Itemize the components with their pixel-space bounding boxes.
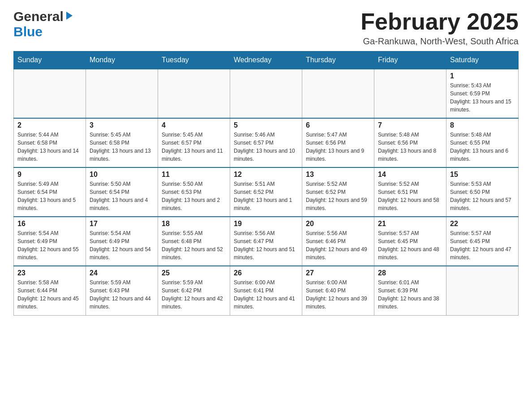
- day-info-line: Sunrise: 5:49 AM: [17, 180, 82, 188]
- calendar-cell-w5-d3: 26Sunrise: 6:00 AMSunset: 6:41 PMDayligh…: [230, 266, 302, 315]
- day-info-line: Sunrise: 5:51 AM: [234, 180, 298, 188]
- day-number: 15: [450, 171, 515, 179]
- calendar-cell-w3-d5: 14Sunrise: 5:52 AMSunset: 6:51 PMDayligh…: [374, 167, 446, 217]
- day-info-line: Daylight: 12 hours and 52 minutes.: [162, 245, 226, 261]
- day-info-line: Daylight: 13 hours and 15 minutes.: [450, 98, 515, 114]
- calendar-week-1: 1Sunrise: 5:43 AMSunset: 6:59 PMDaylight…: [14, 69, 519, 118]
- day-info-line: Daylight: 12 hours and 54 minutes.: [90, 245, 154, 261]
- day-info-line: Daylight: 12 hours and 51 minutes.: [234, 245, 298, 261]
- col-thursday: Thursday: [302, 51, 374, 69]
- calendar-table: Sunday Monday Tuesday Wednesday Thursday…: [13, 51, 519, 316]
- day-info-line: Sunrise: 5:54 AM: [90, 229, 154, 237]
- day-info-line: Sunset: 6:54 PM: [17, 188, 82, 196]
- calendar-cell-w2-d5: 7Sunrise: 5:48 AMSunset: 6:56 PMDaylight…: [374, 118, 446, 167]
- day-info-line: Sunrise: 5:52 AM: [306, 180, 370, 188]
- col-sunday: Sunday: [14, 51, 86, 69]
- day-number: 18: [162, 220, 226, 228]
- day-info-line: Sunset: 6:56 PM: [378, 139, 442, 147]
- day-info-line: Sunset: 6:57 PM: [234, 139, 298, 147]
- calendar-cell-w2-d1: 3Sunrise: 5:45 AMSunset: 6:58 PMDaylight…: [86, 118, 158, 167]
- day-info-line: Sunset: 6:52 PM: [234, 188, 298, 196]
- day-info-line: Daylight: 13 hours and 8 minutes.: [378, 147, 442, 163]
- day-number: 3: [90, 121, 154, 129]
- calendar-week-5: 23Sunrise: 5:58 AMSunset: 6:44 PMDayligh…: [14, 266, 519, 315]
- day-info-line: Sunset: 6:55 PM: [450, 139, 515, 147]
- day-info-line: Daylight: 13 hours and 2 minutes.: [162, 196, 226, 212]
- calendar-cell-w2-d6: 8Sunrise: 5:48 AMSunset: 6:55 PMDaylight…: [446, 118, 519, 167]
- day-info-line: Sunrise: 5:45 AM: [162, 131, 226, 139]
- calendar-cell-w3-d6: 15Sunrise: 5:53 AMSunset: 6:50 PMDayligh…: [446, 167, 519, 217]
- day-number: 13: [306, 171, 370, 179]
- day-number: 6: [306, 121, 370, 129]
- calendar-cell-w1-d2: [158, 69, 230, 118]
- day-info-line: Daylight: 13 hours and 13 minutes.: [90, 147, 154, 163]
- location-subtitle: Ga-Rankuwa, North-West, South Africa: [360, 36, 519, 47]
- calendar-cell-w4-d4: 20Sunrise: 5:56 AMSunset: 6:46 PMDayligh…: [302, 217, 374, 266]
- day-info-line: Daylight: 13 hours and 6 minutes.: [450, 147, 515, 163]
- day-info-line: Sunrise: 5:46 AM: [234, 131, 298, 139]
- day-info-line: Sunrise: 5:58 AM: [17, 278, 82, 287]
- calendar-cell-w3-d4: 13Sunrise: 5:52 AMSunset: 6:52 PMDayligh…: [302, 167, 374, 217]
- calendar-cell-w3-d1: 10Sunrise: 5:50 AMSunset: 6:54 PMDayligh…: [86, 167, 158, 217]
- day-info-line: Daylight: 13 hours and 11 minutes.: [162, 147, 226, 163]
- day-info-line: Sunset: 6:50 PM: [450, 188, 515, 196]
- day-number: 21: [378, 220, 442, 228]
- calendar-cell-w5-d2: 25Sunrise: 5:59 AMSunset: 6:42 PMDayligh…: [158, 266, 230, 315]
- logo[interactable]: General Blue: [13, 9, 73, 39]
- day-info-line: Sunrise: 5:59 AM: [90, 278, 154, 287]
- day-info-line: Sunrise: 5:56 AM: [234, 229, 298, 237]
- day-number: 10: [90, 171, 154, 179]
- day-info-line: Daylight: 12 hours and 45 minutes.: [17, 295, 82, 311]
- day-info-line: Sunset: 6:56 PM: [306, 139, 370, 147]
- day-info-line: Sunrise: 5:48 AM: [378, 131, 442, 139]
- calendar-cell-w1-d6: 1Sunrise: 5:43 AMSunset: 6:59 PMDaylight…: [446, 69, 519, 118]
- calendar-cell-w4-d1: 17Sunrise: 5:54 AMSunset: 6:49 PMDayligh…: [86, 217, 158, 266]
- day-number: 12: [234, 171, 298, 179]
- day-info-line: Sunset: 6:47 PM: [234, 237, 298, 245]
- logo-arrow-icon: [64, 11, 73, 22]
- page-header: General Blue February 2025 Ga-Rankuwa, N…: [13, 9, 519, 47]
- day-info-line: Daylight: 12 hours and 55 minutes.: [17, 245, 82, 261]
- calendar-cell-w4-d2: 18Sunrise: 5:55 AMSunset: 6:48 PMDayligh…: [158, 217, 230, 266]
- title-section: February 2025 Ga-Rankuwa, North-West, So…: [360, 9, 519, 47]
- day-info-line: Sunset: 6:54 PM: [90, 188, 154, 196]
- day-info-line: Sunrise: 5:43 AM: [450, 81, 515, 90]
- day-number: 4: [162, 121, 226, 129]
- day-info-line: Daylight: 12 hours and 39 minutes.: [306, 295, 370, 311]
- day-number: 26: [234, 269, 298, 277]
- day-info-line: Sunrise: 5:48 AM: [450, 131, 515, 139]
- calendar-cell-w1-d0: [14, 69, 86, 118]
- col-monday: Monday: [86, 51, 158, 69]
- calendar-cell-w5-d0: 23Sunrise: 5:58 AMSunset: 6:44 PMDayligh…: [14, 266, 86, 315]
- calendar-week-2: 2Sunrise: 5:44 AMSunset: 6:58 PMDaylight…: [14, 118, 519, 167]
- day-number: 20: [306, 220, 370, 228]
- col-saturday: Saturday: [446, 51, 519, 69]
- calendar-cell-w5-d1: 24Sunrise: 5:59 AMSunset: 6:43 PMDayligh…: [86, 266, 158, 315]
- day-number: 24: [90, 269, 154, 277]
- calendar-cell-w2-d0: 2Sunrise: 5:44 AMSunset: 6:58 PMDaylight…: [14, 118, 86, 167]
- logo-general-text: General: [13, 9, 64, 24]
- day-info-line: Sunset: 6:58 PM: [17, 139, 82, 147]
- day-number: 17: [90, 220, 154, 228]
- day-info-line: Daylight: 12 hours and 47 minutes.: [450, 245, 515, 261]
- day-info-line: Sunrise: 5:55 AM: [162, 229, 226, 237]
- calendar-cell-w3-d2: 11Sunrise: 5:50 AMSunset: 6:53 PMDayligh…: [158, 167, 230, 217]
- day-number: 19: [234, 220, 298, 228]
- day-info-line: Daylight: 13 hours and 4 minutes.: [90, 196, 154, 212]
- calendar-header-row: Sunday Monday Tuesday Wednesday Thursday…: [14, 51, 519, 69]
- day-number: 5: [234, 121, 298, 129]
- day-info-line: Sunset: 6:49 PM: [17, 237, 82, 245]
- logo-blue-text: Blue: [13, 24, 43, 39]
- calendar-cell-w1-d3: [230, 69, 302, 118]
- day-info-line: Sunset: 6:45 PM: [450, 237, 515, 245]
- day-info-line: Sunset: 6:53 PM: [162, 188, 226, 196]
- day-info-line: Sunrise: 5:57 AM: [450, 229, 515, 237]
- day-info-line: Sunset: 6:45 PM: [378, 237, 442, 245]
- calendar-cell-w3-d0: 9Sunrise: 5:49 AMSunset: 6:54 PMDaylight…: [14, 167, 86, 217]
- day-info-line: Sunset: 6:48 PM: [162, 237, 226, 245]
- calendar-cell-w5-d4: 27Sunrise: 6:00 AMSunset: 6:40 PMDayligh…: [302, 266, 374, 315]
- day-info-line: Daylight: 13 hours and 9 minutes.: [306, 147, 370, 163]
- svg-marker-0: [66, 12, 73, 20]
- day-info-line: Daylight: 12 hours and 49 minutes.: [306, 245, 370, 261]
- calendar-cell-w3-d3: 12Sunrise: 5:51 AMSunset: 6:52 PMDayligh…: [230, 167, 302, 217]
